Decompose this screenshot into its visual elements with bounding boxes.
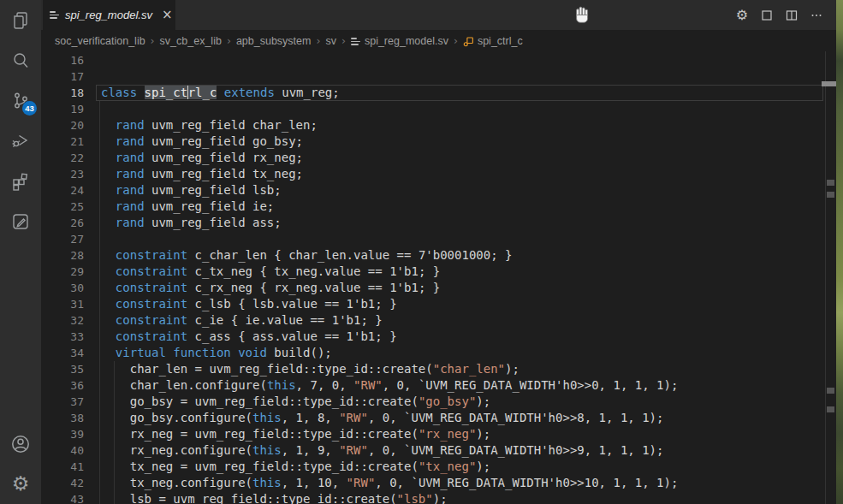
line-number: 16: [41, 52, 84, 68]
code-line[interactable]: 41 tx_neg = uvm_reg_field::type_id::crea…: [41, 459, 836, 475]
code-line-text: lsb = uvm_reg_field::type_id::create("ls…: [96, 491, 823, 504]
activity-bar-bottom: ⚙: [0, 424, 41, 504]
code-line[interactable]: 36 char_len.configure(this, 7, 0, "RW", …: [41, 377, 836, 394]
code-line[interactable]: 34 virtual function void build();: [41, 345, 836, 361]
code-line[interactable]: 27: [41, 231, 836, 247]
activity-bar: 43 ⚙: [0, 0, 41, 504]
tab-spi-reg-model[interactable]: spi_reg_model.sv ×: [43, 0, 175, 30]
code-line[interactable]: 21 rand uvm_reg_field go_bsy;: [41, 133, 836, 150]
chevron-right-icon: ›: [227, 34, 231, 47]
code-line-text: constraint c_lsb { lsb.value == 1'b1; }: [96, 296, 823, 312]
code-line[interactable]: 25 rand uvm_reg_field ie;: [41, 199, 836, 215]
line-number: 40: [41, 442, 84, 459]
code-line-text: constraint c_rx_neg { rx_neg.value == 1'…: [96, 280, 823, 296]
source-control-badge: 43: [22, 101, 37, 116]
code-line[interactable]: 22 rand uvm_reg_field rx_neg;: [41, 150, 836, 166]
code-line[interactable]: 16: [41, 52, 836, 68]
activity-bar-top: 43: [0, 0, 41, 241]
code-line-text: rx_neg = uvm_reg_field::type_id::create(…: [96, 426, 823, 442]
editor-actions: ⚙: [733, 0, 825, 30]
more-actions-icon[interactable]: [808, 7, 825, 24]
code-line-text: [96, 101, 823, 117]
code-line-text: constraint c_ass { ass.value == 1'b1; }: [96, 329, 823, 345]
breadcrumb-item[interactable]: sv: [325, 35, 336, 47]
code-line[interactable]: 33 constraint c_ass { ass.value == 1'b1;…: [41, 329, 836, 345]
breadcrumb-item[interactable]: sv_cb_ex_lib: [160, 35, 222, 47]
line-number: 35: [41, 361, 84, 377]
desktop-edge-strip: [836, 0, 843, 504]
code-line-text: rx_neg.configure(this, 1, 9, "RW", 0, `U…: [96, 442, 823, 459]
account-icon[interactable]: [0, 424, 41, 464]
line-number: 41: [41, 459, 84, 475]
code-line-text: [96, 231, 823, 247]
chevron-right-icon: ›: [454, 34, 458, 47]
line-number: 29: [41, 264, 84, 280]
code-line-text: go_bsy.configure(this, 1, 8, "RW", 0, `U…: [96, 410, 823, 426]
code-editor[interactable]: 161718class spi_ctrl_c extends uvm_reg;1…: [41, 51, 836, 504]
code-line[interactable]: 39 rx_neg = uvm_reg_field::type_id::crea…: [41, 426, 836, 442]
code-line[interactable]: 17: [41, 68, 836, 85]
code-line-text: tx_neg = uvm_reg_field::type_id::create(…: [96, 459, 823, 475]
overview-ruler-mark: [827, 406, 834, 412]
code-line[interactable]: 37 go_bsy = uvm_reg_field::type_id::crea…: [41, 394, 836, 410]
line-number: 17: [41, 68, 84, 85]
pencil-square-icon[interactable]: [0, 201, 41, 241]
code-line[interactable]: 23 rand uvm_reg_field tx_neg;: [41, 166, 836, 182]
code-line[interactable]: 28 constraint c_char_len { char_len.valu…: [41, 247, 836, 264]
overview-ruler-cursor-mark: [822, 81, 836, 86]
source-control-icon[interactable]: 43: [0, 80, 41, 121]
code-line[interactable]: 40 rx_neg.configure(this, 1, 9, "RW", 0,…: [41, 442, 836, 459]
line-number: 23: [41, 166, 84, 182]
line-number: 38: [41, 410, 84, 426]
line-number: 26: [41, 215, 84, 231]
layout-square-icon[interactable]: [758, 7, 775, 24]
settings-gear-icon[interactable]: ⚙: [0, 464, 41, 504]
class-symbol-icon: [463, 36, 474, 50]
code-line[interactable]: 18class spi_ctrl_c extends uvm_reg;: [41, 85, 836, 101]
code-line-text: rand uvm_reg_field char_len;: [96, 117, 823, 133]
breadcrumb-item-symbol[interactable]: spi_ctrl_c: [478, 35, 523, 47]
vscode-window: 43 ⚙ spi_reg_model.sv ×: [0, 0, 843, 504]
line-number: 37: [41, 394, 84, 410]
breadcrumb-item[interactable]: soc_verification_lib: [55, 35, 145, 47]
gear-icon[interactable]: ⚙: [733, 7, 751, 24]
code-line[interactable]: 43 lsb = uvm_reg_field::type_id::create(…: [41, 491, 836, 504]
breadcrumb-item-file[interactable]: spi_reg_model.sv: [365, 35, 448, 47]
extensions-icon[interactable]: [0, 161, 41, 201]
code-line[interactable]: 38 go_bsy.configure(this, 1, 8, "RW", 0,…: [41, 410, 836, 426]
line-number: 31: [41, 296, 84, 312]
chevron-right-icon: ›: [341, 34, 346, 47]
overview-ruler-mark: [827, 388, 834, 394]
code-line[interactable]: 19: [41, 101, 836, 117]
code-line[interactable]: 31 constraint c_lsb { lsb.value == 1'b1;…: [41, 296, 836, 312]
code-line-text: virtual function void build();: [96, 345, 823, 361]
line-number: 28: [41, 247, 84, 264]
close-icon[interactable]: ×: [159, 8, 175, 22]
code-line[interactable]: 26 rand uvm_reg_field ass;: [41, 215, 836, 231]
line-number: 24: [41, 182, 84, 199]
line-number: 19: [41, 101, 84, 117]
code-line[interactable]: 32 constraint c_ie { ie.value == 1'b1; }: [41, 312, 836, 329]
explorer-icon[interactable]: [0, 0, 41, 40]
line-number: 25: [41, 199, 84, 215]
line-number: 39: [41, 426, 84, 442]
split-editor-icon[interactable]: [783, 7, 800, 24]
code-line-text: constraint c_tx_neg { tx_neg.value == 1'…: [96, 264, 823, 280]
code-line-text: constraint c_ie { ie.value == 1'b1; }: [96, 312, 823, 329]
breadcrumb: soc_verification_lib › sv_cb_ex_lib › ap…: [41, 30, 836, 51]
code-line[interactable]: 30 constraint c_rx_neg { rx_neg.value ==…: [41, 280, 836, 296]
code-line[interactable]: 24 rand uvm_reg_field lsb;: [41, 182, 836, 199]
breadcrumb-item[interactable]: apb_subsystem: [236, 35, 312, 47]
line-number: 21: [41, 133, 84, 150]
line-number: 18: [41, 85, 84, 101]
line-number: 42: [41, 475, 84, 491]
code-line-text: rand uvm_reg_field tx_neg;: [96, 166, 823, 182]
code-line[interactable]: 35 char_len = uvm_reg_field::type_id::cr…: [41, 361, 836, 377]
code-line[interactable]: 29 constraint c_tx_neg { tx_neg.value ==…: [41, 264, 836, 280]
code-line[interactable]: 42 tx_neg.configure(this, 1, 10, "RW", 0…: [41, 475, 836, 491]
code-line[interactable]: 20 rand uvm_reg_field char_len;: [41, 117, 836, 133]
run-debug-icon[interactable]: [0, 121, 41, 161]
search-icon[interactable]: [0, 40, 41, 80]
overview-ruler-mark: [827, 180, 834, 186]
tab-title: spi_reg_model.sv: [65, 9, 152, 21]
